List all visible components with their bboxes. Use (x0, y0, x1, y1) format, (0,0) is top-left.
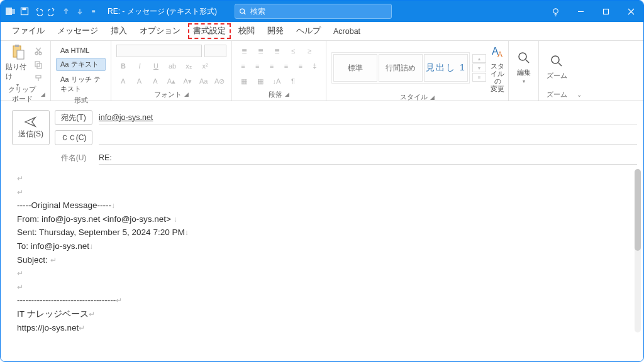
linespacing-button[interactable]: ‡ (309, 60, 321, 72)
paste-button[interactable]: 貼り付け ▾ (6, 43, 29, 88)
ribbon: 貼り付け ▾ クリップボード◢ Aa HTML Aa テキスト Aa リッチ テ… (1, 41, 643, 101)
format-text-button[interactable]: Aa テキスト (56, 58, 106, 71)
search-input[interactable] (250, 7, 387, 16)
prev-item-icon[interactable] (61, 6, 71, 16)
editing-button[interactable]: 編集 ▾ (514, 43, 533, 89)
shading-button[interactable]: ▦ (237, 75, 251, 87)
collapse-ribbon-icon[interactable]: ⌄ (577, 91, 582, 98)
dialog-launcher-icon[interactable]: ◢ (184, 91, 189, 97)
search-box[interactable] (235, 4, 392, 19)
to-button[interactable]: 宛先(T) (55, 110, 92, 125)
format-painter-icon[interactable] (31, 72, 45, 85)
menu-bar: ファイル メッセージ 挿入 オプション 書式設定 校閲 開発 ヘルプ Acrob… (1, 22, 643, 41)
superscript-button[interactable]: x² (198, 60, 212, 72)
multilevel-button[interactable]: ≣ (270, 45, 284, 57)
body-line: Subject: (17, 255, 50, 265)
font-color-button[interactable]: A (133, 75, 147, 87)
compose-header: 送信(S) 宛先(T) info@jo-sys.net ＣＣ(C) 件名(U) … (1, 101, 643, 169)
align-right-button[interactable]: ≡ (266, 60, 278, 72)
align-left-button[interactable]: ≡ (237, 60, 249, 72)
close-button[interactable] (618, 1, 643, 22)
change-styles-label: スタイルの 変更 (489, 62, 506, 92)
minimize-button[interactable] (568, 1, 593, 22)
format-rich-button[interactable]: Aa リッチ テキスト (56, 73, 106, 96)
svg-rect-3 (23, 8, 26, 10)
redo-icon[interactable] (47, 6, 57, 16)
copy-icon[interactable] (31, 58, 45, 71)
lightbulb-icon[interactable] (551, 7, 560, 16)
char-shading-button[interactable]: A (148, 75, 162, 87)
window-title: RE: - メッセージ (テキスト形式) (108, 6, 217, 17)
group-clipboard: 貼り付け ▾ クリップボード◢ (1, 41, 51, 101)
clear-format-button[interactable]: A⊘ (213, 75, 226, 87)
subject-field[interactable]: RE: (99, 151, 637, 165)
cut-icon[interactable] (31, 45, 45, 57)
indent-button[interactable]: ≥ (303, 45, 316, 57)
to-field[interactable]: info@jo-sys.net (99, 111, 637, 124)
customize-qat-icon[interactable]: ≡ (89, 6, 99, 16)
change-styles-button[interactable]: AA スタイルの 変更 (489, 43, 506, 92)
body-line: To: info@jo-sys.net (17, 241, 89, 251)
bullets-button[interactable]: ≣ (237, 45, 251, 57)
italic-button[interactable]: I (133, 60, 147, 72)
undo-icon[interactable] (33, 6, 43, 16)
style-normal[interactable]: 標準 (333, 54, 377, 82)
cc-field[interactable] (99, 131, 637, 145)
cc-button[interactable]: ＣＣ(C) (55, 130, 92, 145)
zoom-button[interactable]: ズーム (544, 43, 569, 89)
dialog-launcher-icon[interactable]: ◢ (41, 91, 45, 97)
mail-body[interactable]: ↵ ↵ -----Original Message-----↓ From: in… (1, 169, 643, 341)
style-nospace[interactable]: 行間詰め (379, 54, 423, 82)
font-label: フォント (154, 90, 182, 99)
tab-option[interactable]: オプション (135, 23, 186, 39)
tab-message[interactable]: メッセージ (52, 23, 103, 39)
align-center-button[interactable]: ≡ (252, 60, 264, 72)
borders-button[interactable]: ▦ (253, 75, 267, 87)
style-down-icon[interactable]: ▾ (472, 63, 486, 72)
save-icon[interactable] (19, 6, 30, 16)
format-html-button[interactable]: Aa HTML (56, 45, 106, 56)
tab-file[interactable]: ファイル (7, 23, 50, 39)
scrollbar-thumb[interactable] (635, 169, 641, 251)
bold-button[interactable]: B (116, 60, 130, 72)
tab-acrobat[interactable]: Acrobat (328, 25, 365, 38)
numbering-button[interactable]: ≣ (253, 45, 267, 57)
window-controls (568, 1, 643, 22)
send-button[interactable]: 送信(S) (12, 110, 50, 145)
change-styles-icon: AA (489, 43, 506, 61)
maximize-button[interactable] (593, 1, 618, 22)
svg-rect-1 (9, 9, 15, 14)
justify-button[interactable]: ≡ (280, 60, 292, 72)
body-line: -----Original Message----- (17, 200, 111, 210)
find-icon (515, 49, 533, 67)
font-size-select[interactable] (204, 45, 226, 57)
subscript-button[interactable]: x₂ (182, 60, 196, 72)
group-format: Aa HTML Aa テキスト Aa リッチ テキスト 形式 (51, 41, 111, 101)
style-heading1[interactable]: 見出し 1 (424, 54, 468, 82)
chevron-down-icon: ▾ (523, 79, 525, 84)
svg-rect-8 (15, 45, 19, 47)
change-case-button[interactable]: Aa (197, 75, 211, 87)
strike-button[interactable]: ab (165, 60, 179, 72)
tab-insert[interactable]: 挿入 (106, 23, 132, 39)
sort-button[interactable]: ↓A (270, 75, 284, 87)
svg-rect-9 (17, 50, 24, 59)
next-item-icon[interactable] (75, 6, 85, 16)
tab-format[interactable]: 書式設定 (188, 23, 231, 39)
show-marks-button[interactable]: ¶ (286, 75, 300, 87)
style-up-icon[interactable]: ▴ (472, 54, 486, 63)
font-family-select[interactable] (116, 45, 202, 57)
distribute-button[interactable]: ≡ (294, 60, 306, 72)
tab-help[interactable]: ヘルプ (291, 23, 326, 39)
style-more-icon[interactable]: ≡ (472, 73, 486, 82)
tab-review[interactable]: 校閲 (233, 23, 260, 39)
shrink-font-button[interactable]: A▾ (180, 75, 194, 87)
dialog-launcher-icon[interactable]: ◢ (285, 91, 289, 97)
highlight-button[interactable]: A (116, 75, 130, 87)
dialog-launcher-icon[interactable]: ◢ (430, 94, 435, 101)
outdent-button[interactable]: ≤ (286, 45, 300, 57)
tab-dev[interactable]: 開発 (262, 23, 289, 39)
group-paragraph: ≣ ≣ ≣ ≤ ≥ ≡ ≡ ≡ ≡ ≡ ‡ ▦ ▦ ↓A ¶ 段落◢ (232, 41, 326, 101)
grow-font-button[interactable]: A▴ (165, 75, 179, 87)
underline-button[interactable]: U (149, 60, 163, 72)
